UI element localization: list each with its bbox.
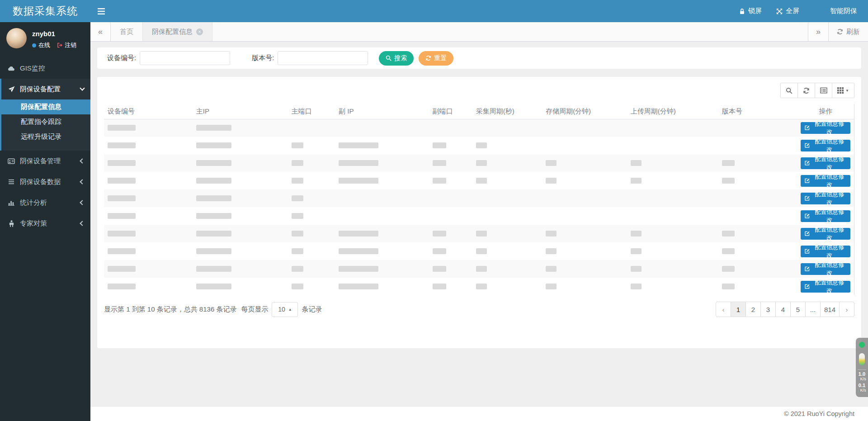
page-number-button[interactable]: 3 (760, 302, 776, 317)
page-next-button[interactable]: › (839, 302, 854, 317)
sidebar-subitem-config-info[interactable]: 阴保配置信息 (1, 99, 90, 114)
redacted-value (292, 178, 303, 184)
redacted-value (196, 213, 231, 219)
chevron-left-icon (80, 201, 84, 204)
table-row: 配置信息修改 (104, 278, 854, 295)
sidebar-subitem-remote-upgrade[interactable]: 远程升级记录 (1, 129, 90, 144)
tabs-scroll-left-button[interactable]: « (90, 22, 111, 41)
edit-icon (804, 266, 810, 272)
table-cell (627, 189, 718, 207)
table-cell-action: 配置信息修改 (797, 119, 854, 137)
tab-home[interactable]: 首页 (111, 22, 143, 41)
edit-config-button[interactable]: 配置信息修改 (801, 157, 850, 169)
page-size-select[interactable]: 10 ▲ (272, 302, 298, 317)
redacted-value (631, 266, 642, 272)
sidebar-item-device-manage[interactable]: 阴保设备管理 (0, 151, 90, 171)
user-menu[interactable]: 智能阴保 (807, 0, 864, 22)
table-cell-action: 配置信息修改 (797, 260, 854, 278)
sidebar-item-statistics[interactable]: 统计分析 (0, 192, 90, 213)
table-cell (335, 172, 429, 189)
table-cell (429, 189, 472, 207)
redacted-value (476, 284, 487, 289)
lock-screen-button[interactable]: 锁屏 (732, 0, 769, 22)
sidebar-item-device-data[interactable]: 阴保设备数据 (0, 171, 90, 192)
tab-config-info[interactable]: 阴保配置信息 × (143, 22, 212, 41)
table-cell (288, 119, 335, 137)
redacted-value (722, 284, 735, 289)
sidebar-item-gis-monitor[interactable]: GIS监控 (0, 58, 90, 79)
redacted-value (339, 160, 378, 166)
page-number-button[interactable]: 1 (731, 302, 746, 317)
sidebar-item-expert-advice[interactable]: 专家对策 (0, 213, 90, 234)
sidebar-toggle-button[interactable] (90, 0, 112, 22)
edit-config-button[interactable]: 配置信息修改 (801, 281, 850, 293)
table-cell (429, 154, 472, 172)
toolbar-refresh-button[interactable] (797, 83, 815, 98)
refresh-label: 刷新 (846, 28, 860, 36)
reset-icon (425, 55, 431, 61)
table-cell-action: 配置信息修改 (797, 207, 854, 225)
search-button-label: 搜索 (394, 54, 407, 62)
table-cell (472, 260, 542, 278)
redacted-value (433, 231, 446, 237)
table-cell (193, 260, 288, 278)
table-cell (335, 260, 429, 278)
fullscreen-label: 全屏 (786, 7, 799, 15)
redacted-value (108, 213, 136, 219)
page-prev-button[interactable]: ‹ (716, 302, 731, 317)
col-upload-cycle: 上传周期(分钟) (627, 104, 718, 119)
pagination: ‹12345...814› (716, 302, 854, 317)
network-monitor-widget[interactable]: 1.0 ↑ K/s 0.1 ↓ K/s (856, 338, 868, 397)
edit-config-button[interactable]: 配置信息修改 (801, 193, 850, 204)
redacted-value (339, 231, 378, 237)
edit-config-button[interactable]: 配置信息修改 (801, 246, 850, 257)
table-cell (104, 172, 193, 189)
fullscreen-button[interactable]: 全屏 (769, 0, 807, 22)
edit-config-button[interactable]: 配置信息修改 (801, 175, 850, 187)
sidebar-submenu: 阴保配置信息 配置指令跟踪 远程升级记录 (1, 99, 90, 151)
pagination-info: 显示第 1 到第 10 条记录，总共 8136 条记录 每页显示 10 ▲ 条记… (104, 302, 322, 317)
chevron-left-icon (80, 222, 84, 225)
edit-config-button[interactable]: 配置信息修改 (801, 140, 850, 151)
tabs-scroll-right-button[interactable]: » (808, 22, 828, 41)
table-row: 配置信息修改 (104, 225, 854, 242)
chevron-left-icon (80, 180, 84, 184)
table-cell (288, 154, 335, 172)
refresh-tab-button[interactable]: 刷新 (828, 22, 868, 41)
col-actions: 操作 (797, 104, 854, 119)
edit-icon (804, 231, 810, 237)
caret-up-icon: ▲ (288, 307, 292, 312)
table-cell (193, 119, 288, 137)
toolbar-columns-button[interactable]: ▼ (832, 83, 854, 98)
device-number-input[interactable] (140, 51, 230, 65)
redacted-value (292, 195, 303, 201)
search-button[interactable]: 搜索 (379, 51, 414, 66)
edit-config-button[interactable]: 配置信息修改 (801, 263, 850, 275)
page-number-button[interactable]: 814 (820, 302, 840, 317)
redacted-value (196, 142, 231, 148)
sidebar-subitem-command-trace[interactable]: 配置指令跟踪 (1, 114, 90, 129)
redacted-value (196, 178, 231, 184)
col-device-number: 设备编号 (104, 104, 193, 119)
tab-close-icon[interactable]: × (196, 28, 203, 35)
tab-bar: « 首页 阴保配置信息 × » 刷新 (90, 22, 868, 42)
toolbar-detail-view-button[interactable] (815, 83, 832, 98)
sidebar-item-device-config[interactable]: 阴保设备配置 (1, 79, 90, 99)
redacted-value (631, 160, 642, 166)
redacted-value (108, 195, 136, 201)
table-cell (542, 172, 627, 189)
page-number-button[interactable]: 4 (775, 302, 791, 317)
edit-config-button[interactable]: 配置信息修改 (801, 228, 850, 240)
toolbar-search-button[interactable] (780, 83, 798, 98)
edit-config-button[interactable]: 配置信息修改 (801, 122, 850, 134)
version-input[interactable] (278, 51, 368, 65)
reset-button[interactable]: 重置 (419, 51, 453, 66)
page-number-button[interactable]: 2 (745, 302, 761, 317)
redacted-value (546, 266, 557, 272)
avatar (6, 28, 27, 48)
col-version: 版本号 (718, 104, 797, 119)
logout-button[interactable]: 注销 (57, 41, 76, 49)
edit-config-button[interactable]: 配置信息修改 (801, 210, 850, 222)
page-number-button[interactable]: 5 (790, 302, 806, 317)
sidebar-menu: GIS监控 阴保设备配置 阴保配置信息 配置指令跟踪 远程升级记录 阴保设备管理 (0, 58, 90, 234)
